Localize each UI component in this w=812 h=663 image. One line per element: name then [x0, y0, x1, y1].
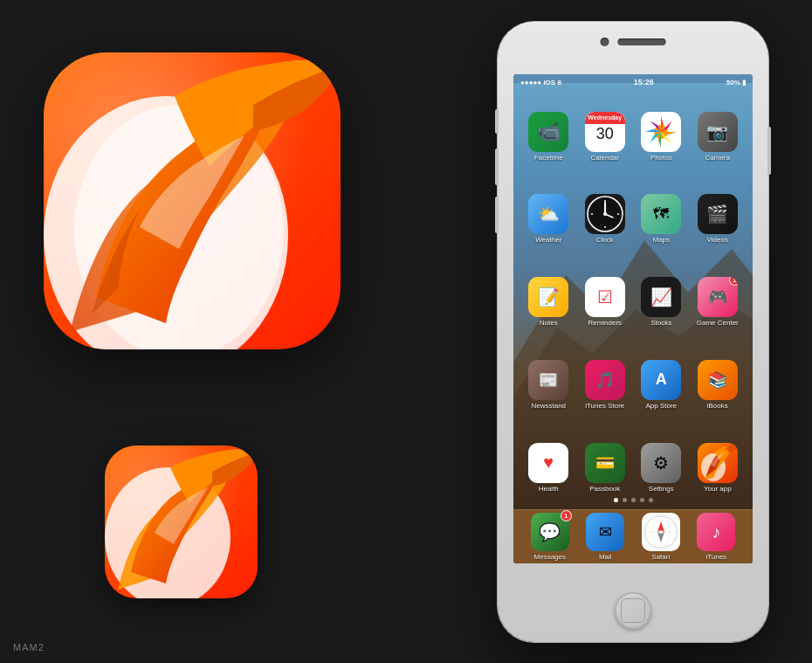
- volume-up-button[interactable]: [495, 148, 499, 185]
- signal-strength: ●●●●● iOS 8: [520, 79, 561, 86]
- mail-dock-label: Mail: [599, 553, 612, 561]
- mail-dock-icon[interactable]: ✉: [586, 513, 624, 551]
- camera-label: Camera: [705, 155, 730, 162]
- app-health[interactable]: ♥ Health: [522, 428, 575, 508]
- app-grid: 📹 Facetime Wednesday 30 Calendar: [519, 93, 747, 511]
- page-indicator: [513, 498, 753, 502]
- reminders-icon[interactable]: ☑: [585, 277, 625, 317]
- maps-icon[interactable]: 🗺: [641, 194, 681, 234]
- facetime-label: Facetime: [534, 155, 563, 162]
- app-passbook[interactable]: 💳 Passbook: [579, 428, 632, 508]
- health-icon[interactable]: ♥: [528, 443, 568, 483]
- iphone-device: ●●●●● iOS 8 15:26 50% ▮ 📹 Facetime Wedne…: [498, 22, 768, 642]
- appstore-label: App Store: [645, 403, 677, 411]
- status-bar: ●●●●● iOS 8 15:26 50% ▮: [513, 74, 753, 90]
- passbook-label: Passbook: [589, 486, 620, 494]
- yourapp-label: Your app: [704, 486, 732, 494]
- page-dot-4: [640, 498, 644, 502]
- itunes-dock-icon[interactable]: ♪: [697, 513, 735, 551]
- yourapp-icon[interactable]: [698, 443, 738, 483]
- small-app-icon: [105, 445, 258, 598]
- app-videos[interactable]: 🎬 Videos: [692, 180, 745, 259]
- app-camera[interactable]: 📷 Camera: [692, 97, 745, 176]
- health-label: Health: [539, 486, 559, 494]
- home-button-inner: [621, 598, 645, 623]
- power-button[interactable]: [767, 127, 771, 175]
- settings-icon[interactable]: ⚙: [641, 443, 681, 483]
- notes-icon[interactable]: 📝: [528, 277, 568, 317]
- clock-display: 15:26: [634, 78, 654, 86]
- svg-point-13: [591, 213, 593, 215]
- large-icon-background: [44, 52, 341, 349]
- svg-point-12: [604, 226, 606, 228]
- small-icon-background: [105, 445, 258, 598]
- app-facetime[interactable]: 📹 Facetime: [522, 97, 575, 176]
- ibooks-icon[interactable]: 📚: [698, 360, 738, 400]
- app-gamecenter[interactable]: 🎮 1 Game Center: [692, 263, 745, 342]
- speaker: [618, 38, 666, 45]
- safari-dock-icon[interactable]: [642, 513, 680, 551]
- front-camera: [601, 38, 609, 46]
- app-ibooks[interactable]: 📚 iBooks: [692, 345, 745, 425]
- newsstand-icon[interactable]: 📰: [528, 360, 568, 400]
- app-itunesstore[interactable]: 🎵 iTunes Store: [579, 345, 632, 425]
- mute-button[interactable]: [495, 109, 499, 134]
- iphone-body: ●●●●● iOS 8 15:26 50% ▮ 📹 Facetime Wedne…: [498, 22, 768, 642]
- settings-label: Settings: [649, 486, 674, 494]
- dock-messages[interactable]: 💬 1 Messages: [531, 513, 569, 561]
- home-button[interactable]: [615, 592, 651, 629]
- messages-dock-icon[interactable]: 💬 1: [531, 513, 569, 551]
- reminders-label: Reminders: [588, 320, 622, 328]
- calendar-icon[interactable]: Wednesday 30: [585, 112, 625, 152]
- app-calendar[interactable]: Wednesday 30 Calendar: [579, 97, 632, 176]
- volume-down-button[interactable]: [495, 197, 499, 233]
- app-newsstand[interactable]: 📰 Newsstand: [522, 345, 575, 425]
- ibooks-label: iBooks: [707, 403, 728, 411]
- dock-mail[interactable]: ✉ Mail: [586, 513, 624, 561]
- weather-icon[interactable]: ⛅: [528, 194, 568, 234]
- maps-label: Maps: [652, 237, 670, 245]
- weather-label: Weather: [535, 237, 561, 245]
- app-settings[interactable]: ⚙ Settings: [635, 428, 688, 508]
- itunesstore-label: iTunes Store: [585, 403, 624, 411]
- videos-label: Videos: [707, 237, 728, 245]
- app-stocks[interactable]: 📈 Stocks: [635, 263, 688, 342]
- dock-safari[interactable]: Safari: [642, 513, 680, 561]
- app-weather[interactable]: ⛅ Weather: [522, 180, 575, 259]
- messages-badge: 1: [561, 510, 572, 521]
- newsstand-label: Newsstand: [531, 403, 566, 411]
- dock: 💬 1 Messages ✉ Mail: [513, 509, 753, 563]
- watermark-text: MAM2: [13, 642, 45, 653]
- app-notes[interactable]: 📝 Notes: [522, 263, 575, 342]
- stocks-label: Stocks: [650, 320, 671, 328]
- calendar-month: Wednesday: [585, 112, 625, 125]
- iphone-top-area: [601, 38, 666, 46]
- app-photos[interactable]: Photos: [635, 97, 688, 176]
- app-yourapp[interactable]: Your app: [692, 428, 745, 508]
- app-reminders[interactable]: ☑ Reminders: [579, 263, 632, 342]
- facetime-icon[interactable]: 📹: [528, 112, 568, 152]
- safari-dock-label: Safari: [651, 553, 670, 561]
- large-app-icon: [44, 52, 341, 349]
- iphone-screen: ●●●●● iOS 8 15:26 50% ▮ 📹 Facetime Wedne…: [513, 74, 753, 563]
- calendar-label: Calendar: [591, 155, 619, 162]
- photos-label: Photos: [650, 155, 672, 162]
- passbook-icon[interactable]: 💳: [585, 443, 625, 483]
- clock-icon[interactable]: [585, 194, 625, 234]
- appstore-icon[interactable]: A: [641, 360, 681, 400]
- page-dot-2: [623, 498, 627, 502]
- gamecenter-icon[interactable]: 🎮 1: [698, 277, 738, 317]
- page-dot-1: [614, 498, 618, 502]
- clock-label: Clock: [596, 237, 614, 245]
- videos-icon[interactable]: 🎬: [698, 194, 738, 234]
- dock-itunes[interactable]: ♪ iTunes: [697, 513, 735, 561]
- photos-icon[interactable]: [641, 112, 681, 152]
- app-maps[interactable]: 🗺 Maps: [635, 180, 688, 259]
- gamecenter-label: Game Center: [697, 320, 739, 328]
- svg-point-10: [604, 200, 606, 202]
- itunesstore-icon[interactable]: 🎵: [585, 360, 625, 400]
- app-appstore[interactable]: A App Store: [635, 345, 688, 425]
- stocks-icon[interactable]: 📈: [641, 277, 681, 317]
- camera-icon[interactable]: 📷: [698, 112, 738, 152]
- app-clock[interactable]: Clock: [579, 180, 632, 259]
